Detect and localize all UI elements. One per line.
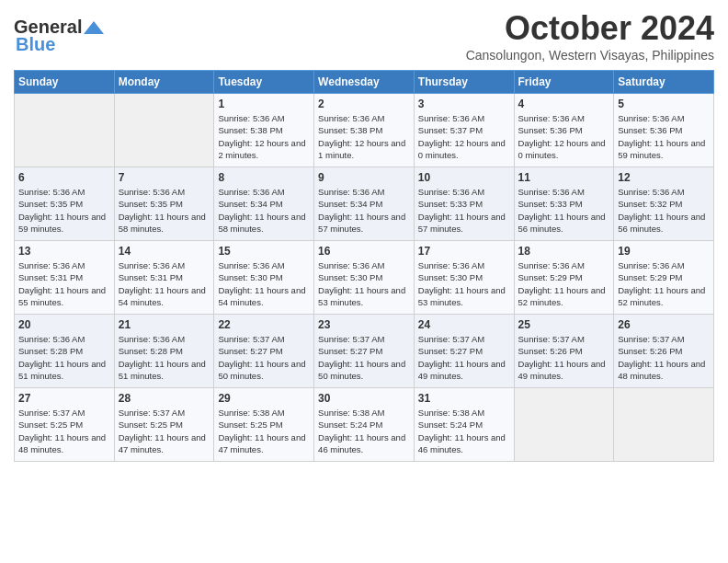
day-number: 20 [18, 318, 110, 331]
day-number: 21 [119, 318, 210, 331]
day-info: Sunrise: 5:36 AMSunset: 5:30 PMDaylight:… [418, 259, 510, 308]
calendar-week-1: 1Sunrise: 5:36 AMSunset: 5:38 PMDaylight… [15, 94, 714, 167]
calendar-week-3: 13Sunrise: 5:36 AMSunset: 5:31 PMDayligh… [15, 241, 714, 315]
day-info: Sunrise: 5:36 AMSunset: 5:29 PMDaylight:… [618, 259, 710, 308]
column-header-tuesday: Tuesday [214, 71, 314, 94]
day-info: Sunrise: 5:36 AMSunset: 5:31 PMDaylight:… [18, 259, 110, 308]
calendar-cell [614, 388, 714, 462]
day-number: 8 [218, 171, 310, 184]
calendar-table: SundayMondayTuesdayWednesdayThursdayFrid… [14, 70, 714, 462]
calendar-cell: 23Sunrise: 5:37 AMSunset: 5:27 PMDayligh… [314, 315, 415, 388]
day-info: Sunrise: 5:36 AMSunset: 5:28 PMDaylight:… [18, 333, 110, 382]
calendar-cell: 4Sunrise: 5:36 AMSunset: 5:36 PMDaylight… [514, 94, 614, 167]
calendar-cell: 10Sunrise: 5:36 AMSunset: 5:33 PMDayligh… [414, 167, 514, 241]
day-info: Sunrise: 5:36 AMSunset: 5:36 PMDaylight:… [518, 112, 610, 161]
day-number: 25 [518, 318, 610, 331]
day-info: Sunrise: 5:38 AMSunset: 5:24 PMDaylight:… [418, 407, 510, 455]
day-number: 31 [418, 392, 510, 405]
calendar-cell: 19Sunrise: 5:36 AMSunset: 5:29 PMDayligh… [614, 241, 714, 315]
calendar-cell: 7Sunrise: 5:36 AMSunset: 5:35 PMDaylight… [114, 167, 214, 241]
day-info: Sunrise: 5:36 AMSunset: 5:33 PMDaylight:… [518, 186, 610, 235]
calendar-cell: 11Sunrise: 5:36 AMSunset: 5:33 PMDayligh… [514, 167, 614, 241]
day-info: Sunrise: 5:36 AMSunset: 5:34 PMDaylight:… [318, 186, 410, 235]
day-number: 29 [218, 392, 310, 405]
calendar-cell: 13Sunrise: 5:36 AMSunset: 5:31 PMDayligh… [15, 241, 115, 315]
day-info: Sunrise: 5:36 AMSunset: 5:32 PMDaylight:… [618, 186, 710, 235]
svg-marker-0 [84, 21, 104, 34]
day-number: 7 [119, 171, 210, 184]
day-info: Sunrise: 5:38 AMSunset: 5:25 PMDaylight:… [218, 407, 310, 455]
day-number: 23 [318, 318, 410, 331]
calendar-week-2: 6Sunrise: 5:36 AMSunset: 5:35 PMDaylight… [15, 167, 714, 241]
calendar-cell [114, 94, 214, 167]
day-number: 3 [418, 98, 510, 110]
day-number: 6 [18, 171, 110, 184]
month-title: October 2024 [466, 9, 714, 48]
column-header-saturday: Saturday [614, 71, 714, 94]
calendar-cell: 17Sunrise: 5:36 AMSunset: 5:30 PMDayligh… [414, 241, 514, 315]
day-info: Sunrise: 5:36 AMSunset: 5:38 PMDaylight:… [318, 112, 410, 161]
day-number: 5 [618, 98, 710, 110]
calendar-cell: 22Sunrise: 5:37 AMSunset: 5:27 PMDayligh… [214, 315, 314, 388]
calendar-cell: 5Sunrise: 5:36 AMSunset: 5:36 PMDaylight… [614, 94, 714, 167]
calendar-cell: 2Sunrise: 5:36 AMSunset: 5:38 PMDaylight… [314, 94, 415, 167]
day-number: 11 [518, 171, 610, 184]
day-info: Sunrise: 5:36 AMSunset: 5:28 PMDaylight:… [119, 333, 210, 382]
calendar-cell: 12Sunrise: 5:36 AMSunset: 5:32 PMDayligh… [614, 167, 714, 241]
column-header-sunday: Sunday [15, 71, 115, 94]
day-number: 27 [18, 392, 110, 405]
logo-icon [84, 19, 104, 36]
day-info: Sunrise: 5:37 AMSunset: 5:26 PMDaylight:… [618, 333, 710, 382]
calendar-cell: 24Sunrise: 5:37 AMSunset: 5:27 PMDayligh… [414, 315, 514, 388]
day-number: 9 [318, 171, 410, 184]
day-info: Sunrise: 5:37 AMSunset: 5:26 PMDaylight:… [518, 333, 610, 382]
day-info: Sunrise: 5:36 AMSunset: 5:37 PMDaylight:… [418, 112, 510, 161]
day-number: 22 [218, 318, 310, 331]
calendar-cell: 8Sunrise: 5:36 AMSunset: 5:34 PMDaylight… [214, 167, 314, 241]
location-subtitle: Cansolungon, Western Visayas, Philippine… [466, 48, 714, 63]
logo: General Blue [14, 17, 104, 55]
title-area: October 2024 Cansolungon, Western Visaya… [466, 9, 714, 63]
calendar-cell: 9Sunrise: 5:36 AMSunset: 5:34 PMDaylight… [314, 167, 415, 241]
day-info: Sunrise: 5:37 AMSunset: 5:25 PMDaylight:… [18, 407, 110, 455]
day-number: 12 [618, 171, 710, 184]
day-number: 16 [318, 245, 410, 258]
calendar-cell [15, 94, 115, 167]
page-header: General Blue October 2024 Cansolungon, W… [14, 9, 714, 63]
day-info: Sunrise: 5:36 AMSunset: 5:38 PMDaylight:… [218, 112, 310, 161]
day-info: Sunrise: 5:36 AMSunset: 5:29 PMDaylight:… [518, 259, 610, 308]
calendar-cell: 26Sunrise: 5:37 AMSunset: 5:26 PMDayligh… [614, 315, 714, 388]
day-number: 26 [618, 318, 710, 331]
day-number: 28 [119, 392, 210, 405]
calendar-cell: 25Sunrise: 5:37 AMSunset: 5:26 PMDayligh… [514, 315, 614, 388]
day-number: 13 [18, 245, 110, 258]
day-info: Sunrise: 5:36 AMSunset: 5:33 PMDaylight:… [418, 186, 510, 235]
day-info: Sunrise: 5:36 AMSunset: 5:36 PMDaylight:… [618, 112, 710, 161]
day-number: 30 [318, 392, 410, 405]
day-info: Sunrise: 5:36 AMSunset: 5:31 PMDaylight:… [119, 259, 210, 308]
column-header-wednesday: Wednesday [314, 71, 415, 94]
calendar-cell [514, 388, 614, 462]
day-number: 18 [518, 245, 610, 258]
calendar-cell: 6Sunrise: 5:36 AMSunset: 5:35 PMDaylight… [15, 167, 115, 241]
day-info: Sunrise: 5:37 AMSunset: 5:27 PMDaylight:… [318, 333, 410, 382]
day-info: Sunrise: 5:36 AMSunset: 5:30 PMDaylight:… [218, 259, 310, 308]
day-number: 17 [418, 245, 510, 258]
day-info: Sunrise: 5:37 AMSunset: 5:27 PMDaylight:… [218, 333, 310, 382]
calendar-cell: 1Sunrise: 5:36 AMSunset: 5:38 PMDaylight… [214, 94, 314, 167]
day-number: 14 [119, 245, 210, 258]
calendar-cell: 27Sunrise: 5:37 AMSunset: 5:25 PMDayligh… [15, 388, 115, 462]
day-info: Sunrise: 5:36 AMSunset: 5:34 PMDaylight:… [218, 186, 310, 235]
calendar-cell: 14Sunrise: 5:36 AMSunset: 5:31 PMDayligh… [114, 241, 214, 315]
day-number: 15 [218, 245, 310, 258]
calendar-cell: 28Sunrise: 5:37 AMSunset: 5:25 PMDayligh… [114, 388, 214, 462]
day-info: Sunrise: 5:37 AMSunset: 5:27 PMDaylight:… [418, 333, 510, 382]
day-info: Sunrise: 5:36 AMSunset: 5:35 PMDaylight:… [18, 186, 110, 235]
calendar-cell: 29Sunrise: 5:38 AMSunset: 5:25 PMDayligh… [214, 388, 314, 462]
calendar-cell: 16Sunrise: 5:36 AMSunset: 5:30 PMDayligh… [314, 241, 415, 315]
day-info: Sunrise: 5:38 AMSunset: 5:24 PMDaylight:… [318, 407, 410, 455]
column-header-monday: Monday [114, 71, 214, 94]
calendar-cell: 18Sunrise: 5:36 AMSunset: 5:29 PMDayligh… [514, 241, 614, 315]
column-header-friday: Friday [514, 71, 614, 94]
day-number: 2 [318, 98, 410, 110]
